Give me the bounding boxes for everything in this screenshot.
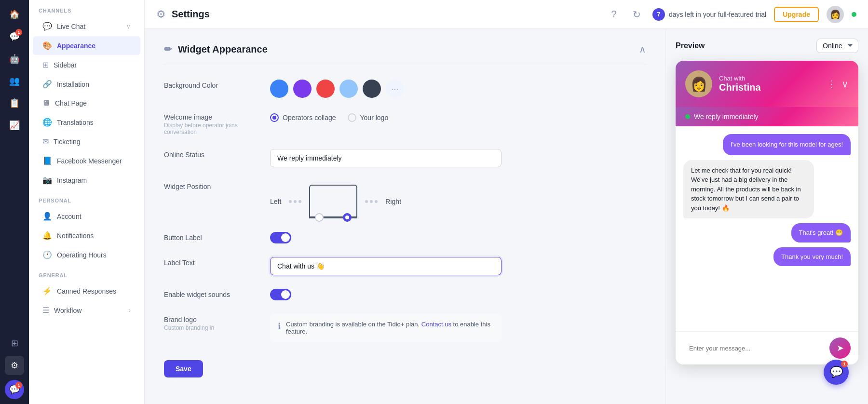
operators-collage-radio[interactable] (270, 113, 279, 122)
message-3: That's great! 😁 (791, 223, 851, 242)
refresh-icon[interactable]: ↻ (629, 7, 645, 22)
notification-icon[interactable]: 💬 1 (5, 27, 24, 46)
online-status-input[interactable] (270, 149, 502, 167)
sidebar-item-sidebar[interactable]: ⊞ Sidebar (33, 55, 140, 74)
topbar-gear-icon: ⚙ (156, 8, 166, 21)
settings-panel: ✏ Widget Appearance ∧ Background Color ·… (145, 29, 665, 404)
preview-status-select[interactable]: Online Offline Away (816, 39, 858, 53)
widget-position-selector: Left (270, 181, 646, 218)
welcome-image-radio-group: Operators collage Your logo (270, 111, 646, 122)
button-label-toggle[interactable] (270, 232, 291, 243)
instagram-icon: 📷 (42, 175, 52, 185)
sidebar-item-label: Workflow (54, 307, 81, 314)
color-swatch-blue[interactable] (270, 80, 288, 98)
sidebar-item-instagram[interactable]: 📷 Instagram (33, 171, 140, 189)
background-color-label: Background Color (164, 80, 260, 89)
hours-icon: 🕐 (42, 250, 52, 259)
position-right-button[interactable] (343, 213, 352, 222)
sidebar-item-ticketing[interactable]: ✉ Ticketing (33, 132, 140, 151)
channels-section-label: CHANNELS (29, 0, 144, 16)
button-label-label: Button Label (164, 232, 260, 242)
sidebar-item-account[interactable]: 👤 Account (33, 207, 140, 226)
workflow-chevron: › (129, 307, 131, 314)
your-logo-option[interactable]: Your logo (348, 113, 389, 122)
button-label-row: Button Label (164, 232, 646, 243)
sidebar-item-label: Chat Page (55, 99, 87, 107)
welcome-image-row: Welcome image Display before operator jo… (164, 111, 646, 135)
help-icon[interactable]: ? (606, 7, 622, 22)
upgrade-button[interactable]: Upgrade (774, 7, 819, 22)
bot-icon[interactable]: 🤖 (5, 49, 24, 68)
chat-online-status: We reply immediately (676, 107, 858, 126)
sidebar-item-appearance[interactable]: 🎨 Appearance (33, 36, 140, 55)
online-status-label: Online Status (164, 149, 260, 159)
online-status-control (270, 149, 646, 167)
chat-icon[interactable]: 💬 1 (5, 380, 24, 399)
sidebar-item-label: Installation (57, 81, 89, 88)
sidebar-item-label: Sidebar (54, 61, 77, 69)
widget-position-label: Widget Position (164, 181, 260, 190)
label-text-input[interactable] (270, 257, 502, 275)
installation-icon: 🔗 (42, 80, 52, 89)
save-button[interactable]: Save (164, 360, 203, 377)
preview-label: Preview (676, 41, 705, 50)
tickets-icon[interactable]: 📋 (5, 94, 24, 113)
sidebar-item-label: Translations (57, 119, 94, 126)
color-swatch-purple[interactable] (293, 80, 312, 98)
widget-sounds-toggle[interactable] (270, 289, 291, 300)
send-button[interactable]: ➤ (829, 337, 851, 359)
floating-chat-button[interactable]: 💬 1 (824, 360, 849, 385)
contacts-icon[interactable]: 👥 (5, 71, 24, 91)
sidebar-item-live-chat[interactable]: 💬 Live Chat ∨ (33, 17, 140, 36)
position-left-button[interactable] (315, 213, 324, 222)
collapse-icon[interactable]: ∧ (639, 43, 646, 55)
section-header: ✏ Widget Appearance ∧ (164, 43, 646, 65)
analytics-icon[interactable]: 📈 (5, 116, 24, 135)
notifications-icon: 🔔 (42, 231, 52, 240)
more-options-icon[interactable]: ⋮ (827, 78, 837, 90)
online-status-text: We reply immediately (694, 113, 759, 121)
sidebar-item-label: Instagram (57, 176, 87, 184)
section-title-text: Widget Appearance (178, 44, 268, 55)
sidebar-item-operating-hours[interactable]: 🕐 Operating Hours (33, 245, 140, 264)
sidebar-item-workflow[interactable]: ☰ Workflow › (33, 301, 140, 320)
brand-logo-sublabel: Custom branding in (164, 324, 260, 331)
color-swatch-dark[interactable] (363, 80, 381, 98)
chat-input-area: ➤ (676, 331, 858, 364)
sidebar-icon: ⊞ (42, 60, 49, 69)
info-icon: ℹ (278, 321, 281, 332)
color-swatch-red[interactable] (316, 80, 335, 98)
chat-widget: 👩 Chat with Christina ⋮ ∨ We rep (676, 61, 858, 364)
sidebar: CHANNELS 💬 Live Chat ∨ 🎨 Appearance ⊞ Si… (29, 0, 145, 404)
sidebar-item-facebook[interactable]: 📘 Facebook Messenger (33, 151, 140, 170)
sidebar-item-notifications[interactable]: 🔔 Notifications (33, 226, 140, 245)
facebook-icon: 📘 (42, 156, 52, 165)
sidebar-item-chat-page[interactable]: 🖥 Chat Page (33, 94, 140, 112)
live-chat-chevron: ∨ (126, 23, 131, 30)
canned-responses-icon: ⚡ (42, 286, 52, 296)
label-text-control (270, 257, 646, 275)
welcome-image-sublabel: Display before operator joins conversati… (164, 122, 260, 135)
avatar[interactable]: 👩 (827, 6, 844, 23)
trial-days: 7 (652, 8, 665, 21)
settings-icon[interactable]: ⚙ (5, 356, 24, 375)
color-swatch-light-blue[interactable] (339, 80, 358, 98)
contact-us-link[interactable]: Contact us (421, 321, 451, 328)
floating-chat-badge: 1 (841, 361, 848, 367)
chat-with-text: Chat with (719, 75, 820, 82)
more-colors-button[interactable]: ··· (386, 80, 404, 98)
sidebar-item-label: Appearance (57, 42, 95, 50)
operators-collage-option[interactable]: Operators collage (270, 113, 336, 122)
apps-icon[interactable]: ⊞ (5, 334, 24, 353)
brand-info-box: ℹ Custom branding is available on the Ti… (270, 314, 502, 342)
section-title: ✏ Widget Appearance (164, 43, 268, 55)
general-section-label: GENERAL (29, 265, 144, 281)
home-icon[interactable]: 🏠 (5, 5, 24, 24)
sidebar-item-translations[interactable]: 🌐 Translations (33, 113, 140, 132)
chat-input[interactable] (683, 341, 825, 356)
sidebar-item-installation[interactable]: 🔗 Installation (33, 75, 140, 94)
content: ✏ Widget Appearance ∧ Background Color ·… (145, 29, 868, 404)
your-logo-radio[interactable] (348, 113, 356, 122)
collapse-chat-icon[interactable]: ∨ (841, 78, 849, 90)
sidebar-item-canned-responses[interactable]: ⚡ Canned Responses (33, 282, 140, 300)
